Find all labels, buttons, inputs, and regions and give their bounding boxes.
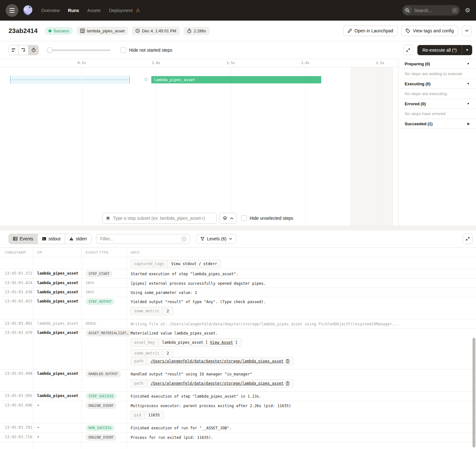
gantt-chart[interactable]: 0.5s 1.0s 1.5s 2.0s 2.5s lambda_pipes_as… [0, 59, 398, 226]
run-actions-chevron-button[interactable] [462, 26, 472, 36]
nav-assets[interactable]: Assets [87, 8, 101, 13]
layers-toggle-button[interactable] [219, 213, 237, 224]
table-row[interactable]: 13:45:02.372lambda_pipes_assetSTEP_START… [0, 269, 476, 279]
tab-events[interactable]: Events [9, 234, 38, 244]
metadata-row: some_metric2 [131, 307, 173, 315]
zoom-slider-track[interactable] [47, 49, 110, 51]
gridline [380, 67, 381, 226]
open-in-launchpad-button[interactable]: Open in Launchpad [343, 26, 398, 36]
filter-inputbox[interactable] [96, 234, 190, 244]
metadata-value-link[interactable]: /Users/alangenfeld/data/dagster/storage/… [151, 381, 284, 386]
log-tabs: Events stdout stderr [9, 234, 92, 244]
flat-view-icon[interactable] [9, 45, 19, 55]
run-header: 23ab2414 Success lambda_pipes_asset Dec … [0, 21, 476, 41]
gridline [82, 67, 82, 226]
gantt-fullscreen-button[interactable] [403, 45, 413, 55]
table-row[interactable]: 13:45:03.461lambda_pipes_assetDEBUGWriti… [0, 319, 476, 329]
tab-stderr[interactable]: stderr [65, 234, 91, 244]
metadata-row: some_metric2 [131, 349, 173, 357]
executing-section-header[interactable]: Executing (0) ▼ [398, 79, 476, 89]
timed-view-icon[interactable] [29, 45, 38, 55]
copy-icon[interactable] [286, 359, 290, 363]
settings-gear-icon[interactable]: ⚙ [465, 7, 470, 14]
hide-not-started-checkbox[interactable] [121, 47, 126, 53]
gantt-bar[interactable]: lambda_pipes_asset [151, 76, 321, 83]
nav-deployment[interactable]: Deployment [109, 8, 133, 13]
col-info: INFO [127, 248, 476, 257]
metadata-key: some_metric [131, 307, 163, 315]
table-row[interactable]: 13:45:03.716-ENGINE_EVENTProcess for run… [0, 433, 476, 442]
event-type-cell: INFO [82, 288, 127, 297]
step-subset-input[interactable] [113, 216, 213, 221]
succeeded-section-header[interactable]: Succeeded (1) ▶ [398, 119, 476, 129]
chevron-down-icon [465, 29, 469, 32]
chevron-down-icon: ▼ [467, 102, 470, 105]
nav-overview[interactable]: Overview [41, 8, 60, 13]
table-row[interactable]: 13:45:03.470lambda_pipes_assetASSET_MATE… [0, 329, 476, 369]
warning-triangle-icon [69, 237, 74, 241]
table-row[interactable]: 13:45:03.701-RUN_SUCCESSFinished executi… [0, 423, 476, 433]
run-duration-pill: 2.286s [184, 27, 210, 35]
event-type-cell [82, 257, 127, 269]
table-row[interactable]: 13:45:03.424lambda_pipes_assetINFO[pipes… [0, 279, 476, 288]
event-type-cell: DEBUG [82, 319, 127, 328]
search-input[interactable] [414, 8, 443, 13]
preparing-section-header[interactable]: Preparing (0) ▼ [398, 59, 476, 69]
view-asset-link[interactable]: View Asset [210, 340, 233, 345]
status-badge: Success [45, 27, 73, 35]
event-info-cell: Started execution of step "lambda_pipes_… [127, 269, 476, 278]
view-tags-config-button[interactable]: View tags and config [401, 26, 458, 36]
event-type-badge: RUN_SUCCESS [86, 425, 114, 431]
table-row[interactable]: captured_logsView stdout / stderr [0, 257, 476, 269]
tab-stdout[interactable]: stdout [38, 234, 65, 244]
metadata-table: some_metric2path/Users/alangenfeld/data/… [131, 349, 476, 365]
global-search[interactable]: / [402, 5, 460, 16]
event-type-badge: STEP_OUTPUT [86, 298, 114, 305]
table-row[interactable]: 13:45:03.438lambda_pipes_assetINFOUsing … [0, 288, 476, 297]
errored-empty-text: No steps have errored [398, 109, 476, 119]
reexecute-all-button[interactable]: Re-execute all (*) ▼ [417, 45, 472, 55]
hide-unselected-checkbox[interactable] [241, 215, 247, 221]
step-subset-inputbox[interactable] [102, 213, 217, 224]
table-row[interactable]: 13:45:03.453lambda_pipes_assetSTEP_OUTPU… [0, 297, 476, 319]
chevron-down-icon: ▼ [467, 82, 470, 85]
event-type-cell: STEP_START [82, 269, 127, 278]
filter-input[interactable] [100, 236, 181, 241]
event-timestamp: 13:45:02.372 [0, 269, 33, 278]
table-row[interactable]: 13:45:03.498lambda_pipes_assetHANDLED_OU… [0, 369, 476, 392]
metadata-key: path [131, 357, 147, 365]
events-scrollbar[interactable] [473, 338, 475, 447]
metadata-value: View stdout / stderr [167, 260, 221, 268]
gridline [231, 67, 231, 226]
menu-icon[interactable] [6, 4, 18, 17]
expand-icon [406, 48, 410, 52]
panel-resize-handle[interactable] [0, 226, 476, 230]
event-info-cell: Process for run exited (pid: 11635). [127, 433, 476, 442]
errored-section-header[interactable]: Errored (0) ▼ [398, 99, 476, 109]
waterfall-view-icon[interactable] [19, 45, 29, 55]
event-message: Finished execution of run for "__ASSET_J… [131, 425, 476, 431]
expand-icon [466, 237, 470, 241]
deployment-warning-icon: ⚠ [136, 8, 140, 13]
event-log-panel: Events stdout stderr Levels (6) TIMES [0, 230, 476, 448]
events-fullscreen-button[interactable] [463, 234, 473, 244]
event-type-cell: ENGINE_EVENT [82, 433, 127, 442]
table-row[interactable]: 13:45:03.505lambda_pipes_assetSTEP_SUCCE… [0, 392, 476, 401]
clear-filter-icon[interactable] [181, 236, 186, 242]
table-row[interactable]: 13:45:03.696-ENGINE_EVENTMultiprocess ex… [0, 401, 476, 423]
event-type-badge: STEP_SUCCESS [86, 393, 116, 400]
dagster-logo-icon[interactable] [21, 3, 35, 17]
event-message: Handled output "result" using IO manager… [131, 371, 476, 377]
job-name-pill[interactable]: lambda_pipes_asset [77, 27, 128, 35]
nav-runs[interactable]: Runs [68, 8, 79, 13]
axis-tick: 2.5s [376, 61, 385, 65]
zoom-slider-thumb[interactable] [47, 47, 53, 53]
zoom-slider[interactable] [47, 47, 110, 53]
copy-icon[interactable] [286, 381, 290, 386]
metadata-value-link[interactable]: /Users/alangenfeld/data/dagster/storage/… [151, 359, 284, 363]
event-timestamp: 13:45:03.498 [0, 369, 33, 391]
axis-tick: 2.0s [301, 61, 310, 65]
levels-dropdown-button[interactable]: Levels (6) [196, 234, 236, 244]
metadata-value-text: View stdout / stderr [171, 262, 217, 266]
reexecute-dropdown-caret[interactable]: ▼ [462, 45, 472, 55]
